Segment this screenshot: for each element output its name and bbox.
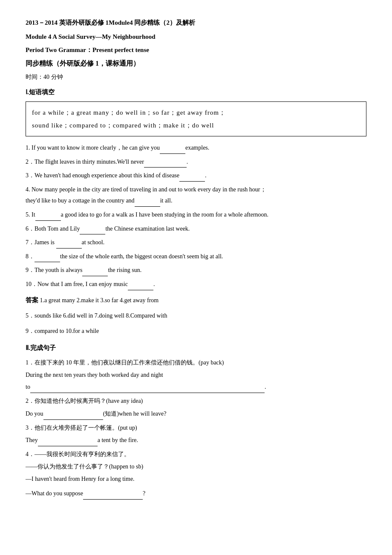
s2-q1-en-text2: to bbox=[26, 384, 30, 390]
s2-q4-en2-text1: —What do you suppose bbox=[26, 490, 83, 497]
s2-q3-blank[interactable] bbox=[38, 439, 98, 446]
s2-q3-en: Theya tent by the fire. bbox=[26, 434, 366, 446]
vocab-line1: for a while；a great many；do well in；so f… bbox=[32, 106, 360, 119]
q5-blank[interactable] bbox=[35, 214, 61, 221]
q4-end: it all. bbox=[160, 197, 173, 204]
q10-text1: 10．Now that I am free, I can enjoy music bbox=[26, 281, 128, 287]
s2-q1-blank[interactable] bbox=[30, 386, 265, 393]
q1-blank[interactable] bbox=[160, 147, 185, 154]
s2-q1-cn: 1．在接下来的 10 年里，他们夜以继日的工作来偿还他们借的钱。(pay bac… bbox=[26, 357, 366, 369]
s2-q4-en2-end: ? bbox=[143, 490, 145, 497]
q7-blank[interactable] bbox=[56, 242, 82, 249]
q1-end: examples. bbox=[185, 145, 209, 151]
s2-q4-cn1: 4．——我很长时间没有亨利的来信了。 bbox=[26, 449, 366, 460]
q3-blank[interactable] bbox=[179, 175, 205, 182]
question-7: 7．James is at school. bbox=[26, 237, 366, 249]
vocab-line2: sound like；compared to；compared with；mak… bbox=[32, 119, 360, 132]
q10-text2: . bbox=[153, 281, 155, 287]
s2-q2-en-text1: Do you bbox=[26, 410, 43, 417]
question-5: 5. Ita good idea to go for a walk as I h… bbox=[26, 209, 366, 221]
s2-q2-en-text2: (知道)when he will leave? bbox=[103, 410, 167, 417]
question-9: 9．The youth is alwaysthe rising sun. bbox=[26, 265, 366, 276]
question-2: 2．The flight leaves in thirty minutes.We… bbox=[26, 156, 366, 168]
q10-blank[interactable] bbox=[128, 283, 153, 290]
q8-text2: the size of the whole earth, the biggest… bbox=[60, 253, 223, 260]
question-10: 10．Now that I am free, I can enjoy music… bbox=[26, 279, 366, 290]
q7-text1: 7．James is bbox=[26, 239, 56, 246]
answer-line2-div: 5．sounds like 6.did well in 7.doing well… bbox=[26, 310, 366, 322]
question-1: 1. If you want to know it more clearly，h… bbox=[26, 142, 366, 154]
q7-text2: at school. bbox=[82, 239, 105, 246]
answer-line3: 9．compared to 10.for a while bbox=[26, 328, 99, 334]
title-main: 2013－2014 英语外研版必修 1Module4 同步精练（2）及解析 bbox=[26, 17, 366, 29]
q5-text1: 5. It bbox=[26, 211, 35, 218]
q6-text1: 6．Both Tom and Lily bbox=[26, 225, 80, 232]
answer-label: 答案 bbox=[26, 297, 38, 304]
q9-text2: the rising sun. bbox=[108, 267, 141, 273]
time-line: 时间：40 分钟 bbox=[26, 72, 366, 82]
s2-q3-en-text1: They bbox=[26, 437, 38, 443]
title-sub: Module 4 A Social Survey—My Neighbourhoo… bbox=[26, 31, 366, 43]
s2-q4-blank[interactable] bbox=[83, 493, 143, 500]
q6-blank[interactable] bbox=[80, 228, 105, 234]
s2-q4-en2: —What do you suppose? bbox=[26, 488, 366, 500]
title-sync: 同步精练（外研版必修 1，课标通用） bbox=[26, 58, 366, 70]
q3-text: 3．We haven't had enough experience about… bbox=[26, 172, 179, 179]
q4-blank[interactable] bbox=[135, 200, 160, 207]
s2-q4-en1: —I haven't heard from Henry for a long t… bbox=[26, 473, 366, 485]
s2-q3-cn: 3．他们在火堆旁搭起了一个帐篷。(put up) bbox=[26, 422, 366, 434]
section1-header: Ⅰ.短语填空 bbox=[26, 87, 366, 98]
s2-q1-en-end: . bbox=[265, 384, 266, 390]
s2-q2-cn: 2．你知道他什么时候离开吗？(have any idea) bbox=[26, 396, 366, 407]
answer-line2: 5．sounds like 6.did well in 7.doing well… bbox=[26, 312, 167, 319]
s2-q2-en: Do you(知道)when he will leave? bbox=[26, 408, 366, 420]
q5-text2: a good idea to go for a walk as I have b… bbox=[61, 211, 269, 218]
q2-blank[interactable] bbox=[144, 161, 187, 168]
q6-text2: the Chinese examination last week. bbox=[105, 225, 190, 232]
q9-blank[interactable] bbox=[82, 269, 108, 276]
q8-blank[interactable] bbox=[35, 255, 60, 262]
title-grammar: Period Two Grammar：Present perfect tense bbox=[26, 44, 366, 56]
page-container: 2013－2014 英语外研版必修 1Module4 同步精练（2）及解析 Mo… bbox=[26, 17, 366, 500]
q2-end: . bbox=[187, 159, 188, 165]
s2-q3-en-text2: a tent by the fire. bbox=[98, 437, 138, 443]
question-8: 8．the size of the whole earth, the bigge… bbox=[26, 251, 366, 263]
section2-header: Ⅱ.完成句子 bbox=[26, 342, 366, 354]
s2-q4-cn2: ——你认为他发生了什么事了？(happen to sb) bbox=[26, 461, 366, 473]
q9-text1: 9．The youth is always bbox=[26, 267, 82, 273]
q2-num: 2．The flight leaves in thirty minutes.We… bbox=[26, 159, 144, 165]
q4-text: 4. Now many people in the city are tired… bbox=[26, 186, 266, 193]
s2-q1-en: During the next ten years they both work… bbox=[26, 369, 366, 393]
answer-section: 答案 1.a great many 2.make it 3.so far 4.g… bbox=[26, 294, 366, 306]
q3-end: . bbox=[205, 172, 207, 179]
answer-line1: 1.a great many 2.make it 3.so far 4.get … bbox=[40, 297, 159, 304]
vocab-box: for a while；a great many；do well in；so f… bbox=[26, 101, 366, 136]
q4-text2: they'd like to buy a cottage in the coun… bbox=[26, 197, 135, 204]
question-6: 6．Both Tom and Lilythe Chinese examinati… bbox=[26, 223, 366, 235]
question-4: 4. Now many people in the city are tired… bbox=[26, 184, 366, 207]
q1-num: 1. If you want to know it more clearly，h… bbox=[26, 145, 160, 151]
answer-line3-div: 9．compared to 10.for a while bbox=[26, 325, 366, 337]
q8-text1: 8． bbox=[26, 253, 35, 260]
s2-q2-blank[interactable] bbox=[43, 413, 103, 420]
s2-q1-en-text1: During the next ten years they both work… bbox=[26, 372, 163, 378]
question-3: 3．We haven't had enough experience about… bbox=[26, 170, 366, 182]
